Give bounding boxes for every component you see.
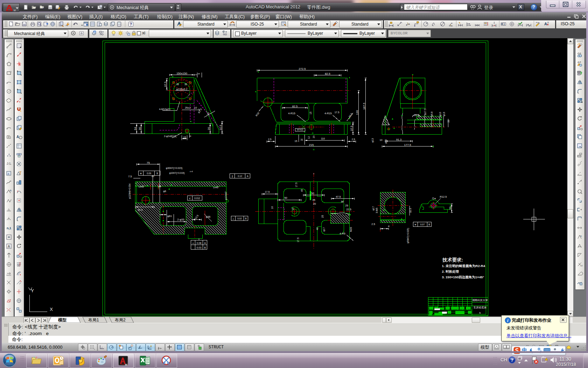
svg-text:32.5: 32.5 bbox=[138, 208, 143, 211]
svg-text:X: X bbox=[50, 307, 53, 312]
svg-text:M: M bbox=[125, 363, 127, 366]
svg-text:A: A bbox=[544, 22, 547, 26]
svg-text:布局1: 布局1 bbox=[88, 318, 99, 322]
svg-text:B: B bbox=[204, 246, 206, 249]
svg-text:n: n bbox=[580, 235, 582, 237]
svg-text:▲: ▲ bbox=[304, 131, 306, 133]
svg-text:⊥: ⊥ bbox=[192, 242, 194, 244]
svg-text:30: 30 bbox=[138, 127, 141, 130]
svg-text:?: ? bbox=[130, 22, 132, 26]
svg-text:0.09: 0.09 bbox=[147, 172, 151, 175]
svg-text:1. 未注明的铸造圆角为R2-R4: 1. 未注明的铸造圆角为R2-R4 bbox=[442, 264, 485, 268]
svg-text:◄: ◄ bbox=[257, 71, 259, 73]
svg-text:17.5: 17.5 bbox=[335, 111, 340, 114]
svg-text:95: 95 bbox=[176, 83, 179, 86]
svg-text:车床砖底座: 车床砖底座 bbox=[474, 306, 487, 309]
svg-text:0.12: 0.12 bbox=[238, 175, 242, 177]
svg-text:187.5: 187.5 bbox=[363, 102, 366, 110]
svg-text:▲: ▲ bbox=[349, 213, 351, 216]
svg-text:c-d: c-d bbox=[190, 170, 192, 172]
svg-text:10: 10 bbox=[194, 106, 197, 109]
svg-text:31: 31 bbox=[301, 138, 303, 141]
svg-text:φ61: φ61 bbox=[167, 214, 172, 218]
svg-text:25: 25 bbox=[345, 204, 348, 207]
svg-text:φ120H8+0.054: φ120H8+0.054 bbox=[128, 183, 131, 199]
svg-text:20: 20 bbox=[449, 206, 452, 210]
svg-text:A: A bbox=[247, 175, 248, 177]
svg-text:模型: 模型 bbox=[58, 318, 66, 322]
svg-text:177.5: 177.5 bbox=[404, 143, 411, 146]
svg-text:◄: ◄ bbox=[412, 74, 414, 76]
svg-text:82.5: 82.5 bbox=[325, 72, 330, 75]
svg-text:1x45°: 1x45° bbox=[213, 186, 219, 189]
svg-text:?: ? bbox=[511, 357, 513, 363]
svg-text:φ6.8: φ6.8 bbox=[430, 111, 433, 116]
svg-text:▲: ▲ bbox=[391, 117, 394, 120]
svg-text:2. 时效处理: 2. 时效处理 bbox=[442, 270, 459, 273]
svg-text:▲: ▲ bbox=[349, 76, 351, 79]
svg-text:⊕: ⊕ bbox=[414, 223, 416, 226]
svg-text:50: 50 bbox=[284, 196, 287, 199]
svg-text:φ17: φ17 bbox=[372, 206, 375, 210]
svg-text:∥: ∥ bbox=[232, 175, 233, 178]
svg-text:64: 64 bbox=[134, 127, 137, 130]
svg-text:▪: ▪ bbox=[313, 172, 314, 175]
svg-text:φ17: φ17 bbox=[323, 227, 326, 231]
svg-text:37.5: 37.5 bbox=[350, 125, 353, 131]
svg-text:▲: ▲ bbox=[146, 184, 148, 186]
svg-text:M: M bbox=[14, 9, 16, 12]
svg-text:22.5: 22.5 bbox=[219, 125, 222, 130]
svg-text:b: b bbox=[479, 312, 481, 314]
svg-text:2.5: 2.5 bbox=[371, 223, 375, 226]
svg-text:25: 25 bbox=[321, 215, 324, 218]
svg-text:17.5: 17.5 bbox=[297, 238, 299, 243]
svg-text:45: 45 bbox=[301, 189, 303, 192]
svg-text:32.5: 32.5 bbox=[409, 208, 412, 213]
svg-text:7.5: 7.5 bbox=[128, 175, 132, 178]
svg-text:▲: ▲ bbox=[349, 117, 351, 119]
svg-text:4-M12φ25: 4-M12φ25 bbox=[159, 108, 170, 111]
svg-text:⊥: ⊥ bbox=[232, 217, 234, 220]
svg-text:M20: M20 bbox=[350, 227, 352, 232]
svg-text:2-φ2x8沉孔: 2-φ2x8沉孔 bbox=[164, 135, 177, 138]
svg-text:4: 4 bbox=[388, 225, 389, 228]
svg-text:10: 10 bbox=[271, 206, 273, 209]
svg-text:φ6: φ6 bbox=[163, 190, 166, 193]
svg-text:R12.5: R12.5 bbox=[440, 195, 447, 198]
svg-text:75: 75 bbox=[147, 161, 150, 164]
svg-text:91.3: 91.3 bbox=[396, 138, 402, 141]
svg-text:↓: ↓ bbox=[313, 145, 315, 147]
svg-text:0.012: 0.012 bbox=[194, 197, 200, 199]
svg-text:B: B bbox=[428, 223, 430, 226]
svg-text:20: 20 bbox=[313, 136, 315, 138]
svg-text:17.5: 17.5 bbox=[265, 191, 270, 193]
svg-text:50: 50 bbox=[311, 192, 314, 195]
svg-text:▲: ▲ bbox=[190, 120, 192, 122]
svg-text:20: 20 bbox=[313, 202, 316, 205]
svg-text:k: k bbox=[19, 63, 21, 66]
svg-text:2.5: 2.5 bbox=[268, 138, 272, 141]
svg-text:15: 15 bbox=[295, 140, 298, 142]
svg-text:φ13: φ13 bbox=[371, 138, 374, 142]
svg-text:◄: ◄ bbox=[393, 127, 395, 129]
svg-text:▲: ▲ bbox=[168, 188, 170, 190]
svg-text:▲: ▲ bbox=[255, 90, 257, 93]
svg-text:φ30H7(+0.023): φ30H7(+0.023) bbox=[166, 167, 183, 170]
svg-text:15: 15 bbox=[309, 112, 312, 115]
svg-text:φ10H7(+0.015): φ10H7(+0.015) bbox=[169, 172, 184, 175]
svg-text:20: 20 bbox=[207, 127, 210, 130]
svg-text:3. 150×150四边圆角为1×45°: 3. 150×150四边圆角为1×45° bbox=[442, 275, 484, 279]
svg-text:R19: R19 bbox=[255, 112, 260, 117]
svg-text:10: 10 bbox=[380, 139, 383, 141]
svg-text:B: B bbox=[245, 217, 246, 220]
svg-text:47.5: 47.5 bbox=[336, 195, 341, 198]
svg-text:2-φ33: 2-φ33 bbox=[177, 218, 184, 221]
svg-text:8: 8 bbox=[189, 135, 191, 137]
svg-text:15: 15 bbox=[183, 136, 186, 138]
svg-text:50: 50 bbox=[341, 200, 344, 203]
svg-text:82.5: 82.5 bbox=[292, 105, 298, 108]
svg-text:φ17.5: φ17.5 bbox=[424, 108, 427, 115]
svg-text:R: R bbox=[312, 132, 314, 134]
svg-text:0.03: 0.03 bbox=[197, 246, 202, 249]
svg-text:A-A: A-A bbox=[7, 162, 10, 164]
